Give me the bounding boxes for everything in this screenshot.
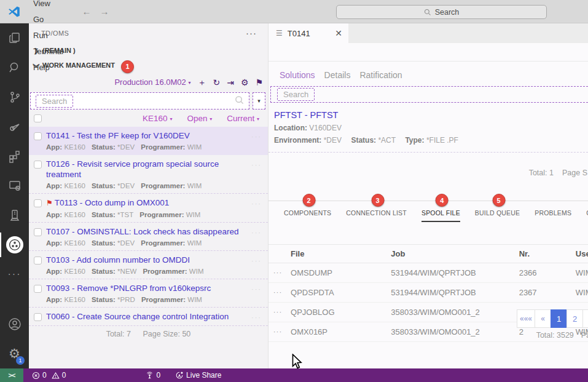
nav-tab-details[interactable]: Details (324, 70, 351, 80)
cell-file: QPJOBLOG (291, 303, 391, 322)
item-checkbox[interactable] (34, 285, 42, 293)
close-icon[interactable]: ✕ (335, 28, 342, 38)
live-share-status[interactable]: Live Share (175, 371, 221, 380)
page-nav-button[interactable]: « (535, 309, 551, 328)
row-actions-icon[interactable]: ··· (251, 200, 262, 207)
cell-nr: 2367 (519, 283, 576, 303)
magnifier-icon (235, 95, 244, 106)
item-checkbox[interactable] (34, 199, 42, 207)
detail-tab-problems[interactable]: PROBLEMS (535, 209, 571, 222)
table-row[interactable]: ···OMSDUMP531944/WIM/QPRTJOB2366WIM (269, 263, 588, 283)
item-checkbox[interactable] (34, 228, 42, 236)
row-actions-icon[interactable]: ··· (269, 322, 291, 342)
more-actions-icon[interactable]: ··· (0, 260, 29, 289)
command-search-box[interactable]: Search (336, 5, 547, 19)
webview-list-icon: ☰ (276, 30, 283, 36)
work-item-title[interactable]: T0060 - Create Source change control Int… (46, 311, 229, 322)
menu-view[interactable]: View (27, 0, 72, 12)
work-item-title[interactable]: T0093 - Remove *PNLGRP from v160kepsrc (46, 283, 211, 293)
solution-type: *FILE .PF (426, 136, 458, 145)
work-item[interactable]: ⚑T0113 - Octo dump in OMX001App: KE160St… (29, 194, 268, 223)
work-item-title[interactable]: T0103 - Add column number to OMDDI (46, 255, 210, 265)
work-item[interactable]: T0141 - Test the PF keep for V160DEVApp:… (29, 127, 268, 155)
work-item-meta: App: KE160Status: *DEVProgrammer: WIM (46, 182, 252, 189)
detail-tab-spool-file[interactable]: SPOOL FILE4 (421, 209, 460, 222)
ports-status[interactable]: 0 (146, 371, 160, 380)
refresh-icon[interactable]: ↻ (213, 78, 220, 87)
row-actions-icon[interactable]: ··· (251, 161, 262, 169)
menu-run[interactable]: Run (27, 28, 72, 44)
work-item[interactable]: T0103 - Add column number to OMDDIApp: K… (29, 251, 268, 279)
nav-tab-solutions[interactable]: Solutions (280, 70, 315, 80)
cell-job: 531944/WIM/QPRTJOB (391, 263, 519, 283)
work-item-title[interactable]: T0107 - OMSINSTALL: Lock check has disap… (46, 226, 238, 237)
remote-explorer-icon[interactable] (0, 171, 29, 201)
cell-job: 358033/WIM/OMO001_2 (391, 303, 519, 322)
detail-tab-build-queue[interactable]: BUILD QUEUE5 (475, 209, 520, 222)
row-actions-icon[interactable]: ··· (269, 303, 291, 322)
ibmi-server-icon[interactable] (0, 201, 29, 230)
flag-icon[interactable]: ⚑ (255, 78, 263, 87)
tdoms-extension-icon[interactable] (0, 230, 29, 260)
explorer-icon[interactable] (0, 23, 29, 53)
cell-job: 358033/WIM/OMO001_2 (391, 322, 519, 342)
row-actions-icon[interactable]: ··· (269, 263, 291, 283)
work-item[interactable]: T0126 - Revisit service program special … (29, 155, 268, 194)
filter-current[interactable]: Current ▾ (227, 114, 259, 123)
connection-dropdown[interactable]: Production 16.0M02 ▾ (114, 78, 190, 87)
work-item[interactable]: T0093 - Remove *PNLGRP from v160kepsrcAp… (29, 279, 268, 308)
page-button-2[interactable]: 2 (566, 309, 583, 328)
chevron-down-icon: ▾ (257, 116, 259, 122)
work-item-body: T0141 - Test the PF keep for V160DEVApp:… (46, 130, 208, 151)
sidebar-more-actions-icon[interactable]: ··· (246, 31, 257, 36)
nav-back-icon[interactable]: ← (82, 6, 91, 17)
page-nav-button[interactable]: ««« (517, 309, 535, 328)
page-button-1[interactable]: 1 (551, 309, 567, 328)
editor-tab-t0141[interactable]: ☰ T0141 ✕ (269, 23, 348, 43)
solution-title-link[interactable]: PFTST - PFTST (274, 110, 588, 120)
detail-tab-strip: COMPONENTS2CONNECTION LIST3SPOOL FILE4BU… (269, 201, 588, 222)
row-actions-icon[interactable]: ··· (251, 229, 262, 236)
item-checkbox[interactable] (34, 161, 42, 169)
nav-tab-ratification[interactable]: Ratification (359, 70, 402, 80)
work-item[interactable]: T0107 - OMSINSTALL: Lock check has disap… (29, 223, 268, 251)
work-item-title[interactable]: T0126 - Revisit service program special … (46, 159, 252, 180)
item-checkbox[interactable] (34, 257, 42, 265)
detail-tab-components[interactable]: COMPONENTS2 (284, 209, 331, 222)
row-actions-icon[interactable]: ··· (251, 133, 262, 140)
menu-terminal[interactable]: Terminal (27, 44, 72, 60)
search-icon (424, 9, 431, 16)
filter-open[interactable]: Open ▾ (187, 114, 212, 123)
item-checkbox[interactable] (34, 313, 42, 321)
work-item-title[interactable]: ⚑T0113 - Octo dump in OMX001 (46, 197, 206, 209)
menu-go[interactable]: Go (27, 12, 72, 28)
sidebar-search-input[interactable]: Search (30, 92, 249, 109)
search-options-dropdown[interactable]: ▾ (253, 92, 265, 109)
filter-ke160[interactable]: KE160 ▾ (143, 114, 172, 123)
extensions-icon[interactable] (0, 141, 29, 171)
detail-tab-connection-list[interactable]: CONNECTION LIST3 (346, 209, 407, 222)
row-actions-icon[interactable]: ··· (251, 314, 262, 321)
account-icon[interactable] (0, 309, 29, 339)
page-button-3[interactable]: 3 (582, 309, 588, 328)
row-actions-icon[interactable]: ··· (269, 283, 291, 303)
settings-gear-icon[interactable]: ⚙ 1 (0, 339, 29, 368)
problems-status[interactable]: 0 0 (32, 371, 66, 380)
add-icon[interactable]: ＋ (197, 78, 206, 87)
gear-icon[interactable]: ⚙ (241, 78, 249, 87)
select-all-checkbox[interactable] (34, 114, 42, 122)
search-sidebar-icon[interactable] (0, 53, 29, 82)
item-checkbox[interactable] (34, 132, 42, 140)
work-item[interactable]: T0060 - Create Source change control Int… (29, 308, 268, 326)
work-item-title[interactable]: T0141 - Test the PF keep for V160DEV (46, 130, 208, 141)
sign-in-icon[interactable]: ⇥ (227, 78, 234, 87)
list-total: Total: 7 (106, 330, 131, 338)
table-row[interactable]: ···QPDSPDTA531944/WIM/QPRTJOB2367WIM (269, 283, 588, 303)
editor-search-input[interactable]: Search (270, 86, 588, 103)
source-control-icon[interactable] (0, 82, 29, 112)
row-actions-icon[interactable]: ··· (251, 257, 262, 265)
nav-forward-icon[interactable]: → (100, 6, 109, 17)
remote-indicator[interactable]: >< (0, 368, 23, 382)
run-debug-icon[interactable] (0, 112, 29, 141)
row-actions-icon[interactable]: ··· (251, 285, 262, 293)
